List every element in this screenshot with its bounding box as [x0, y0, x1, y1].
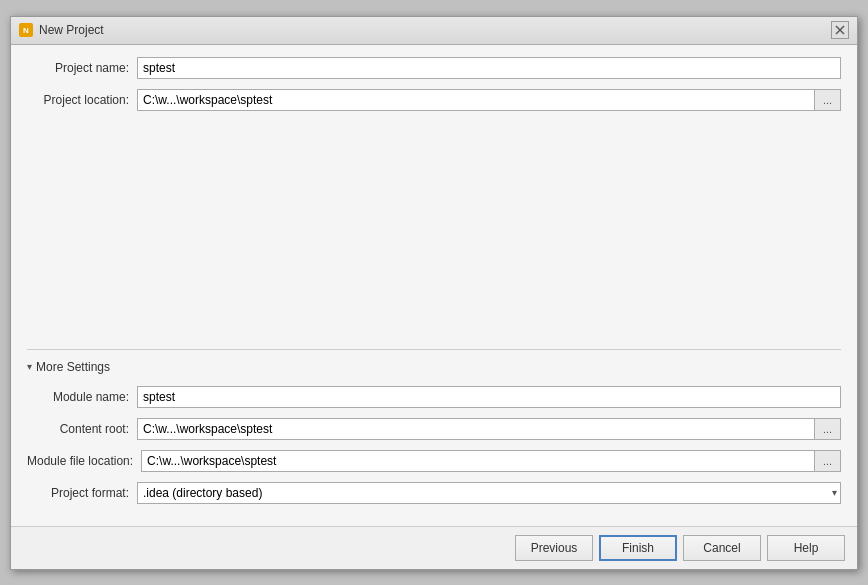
- project-location-input[interactable]: [137, 89, 815, 111]
- module-name-input-wrap: [137, 386, 841, 408]
- content-root-row: Content root: ...: [27, 418, 841, 440]
- project-location-label: Project location:: [27, 93, 137, 107]
- dialog-body: Project name: Project location: ... ▾ Mo…: [11, 45, 857, 526]
- previous-button[interactable]: Previous: [515, 535, 593, 561]
- project-name-label: Project name:: [27, 61, 137, 75]
- more-settings-section: ▾ More Settings Module name: Content roo…: [27, 349, 841, 504]
- project-format-select[interactable]: .idea (directory based) eclipse (eclipse…: [137, 482, 841, 504]
- project-location-row: Project location: ...: [27, 89, 841, 111]
- finish-button[interactable]: Finish: [599, 535, 677, 561]
- more-settings-label: More Settings: [36, 360, 110, 374]
- title-bar-left: N New Project: [19, 23, 104, 37]
- cancel-button[interactable]: Cancel: [683, 535, 761, 561]
- project-name-input-wrap: [137, 57, 841, 79]
- dialog-footer: Previous Finish Cancel Help: [11, 526, 857, 569]
- project-name-row: Project name:: [27, 57, 841, 79]
- project-format-label: Project format:: [27, 486, 137, 500]
- project-format-select-wrap: .idea (directory based) eclipse (eclipse…: [137, 482, 841, 504]
- module-file-location-browse-button[interactable]: ...: [815, 450, 841, 472]
- project-location-browse-button[interactable]: ...: [815, 89, 841, 111]
- more-settings-header[interactable]: ▾ More Settings: [27, 358, 841, 376]
- module-name-row: Module name:: [27, 386, 841, 408]
- content-root-input[interactable]: [137, 418, 815, 440]
- close-button[interactable]: [831, 21, 849, 39]
- svg-text:N: N: [23, 26, 29, 35]
- title-bar: N New Project: [11, 17, 857, 45]
- collapse-arrow-icon: ▾: [27, 361, 32, 372]
- project-location-input-wrap: ...: [137, 89, 841, 111]
- new-project-dialog: N New Project Project name: Project: [10, 16, 858, 570]
- help-button[interactable]: Help: [767, 535, 845, 561]
- module-file-location-label: Module file location:: [27, 454, 141, 468]
- content-root-browse-button[interactable]: ...: [815, 418, 841, 440]
- module-file-location-row: Module file location: ...: [27, 450, 841, 472]
- module-name-label: Module name:: [27, 390, 137, 404]
- content-area: [27, 121, 841, 341]
- project-name-input[interactable]: [137, 57, 841, 79]
- project-format-row: Project format: .idea (directory based) …: [27, 482, 841, 504]
- dialog-icon: N: [19, 23, 33, 37]
- dialog-title: New Project: [39, 23, 104, 37]
- module-file-location-input-wrap: ...: [141, 450, 841, 472]
- content-root-input-wrap: ...: [137, 418, 841, 440]
- module-file-location-input[interactable]: [141, 450, 815, 472]
- module-name-input[interactable]: [137, 386, 841, 408]
- content-root-label: Content root:: [27, 422, 137, 436]
